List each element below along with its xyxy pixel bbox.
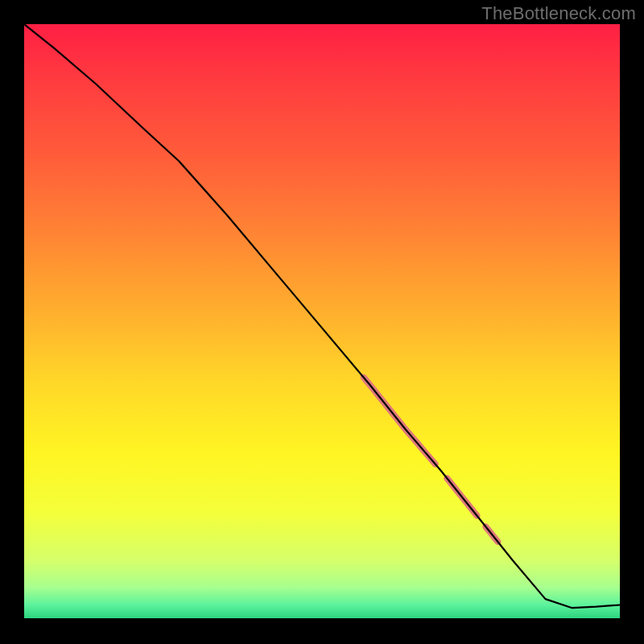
watermark-label: TheBottleneck.com — [481, 3, 636, 24]
gradient-background — [24, 24, 620, 620]
chart-svg — [24, 24, 620, 620]
plot-area — [24, 24, 620, 620]
chart-frame: TheBottleneck.com — [0, 0, 644, 644]
axis-bottom — [24, 618, 620, 620]
